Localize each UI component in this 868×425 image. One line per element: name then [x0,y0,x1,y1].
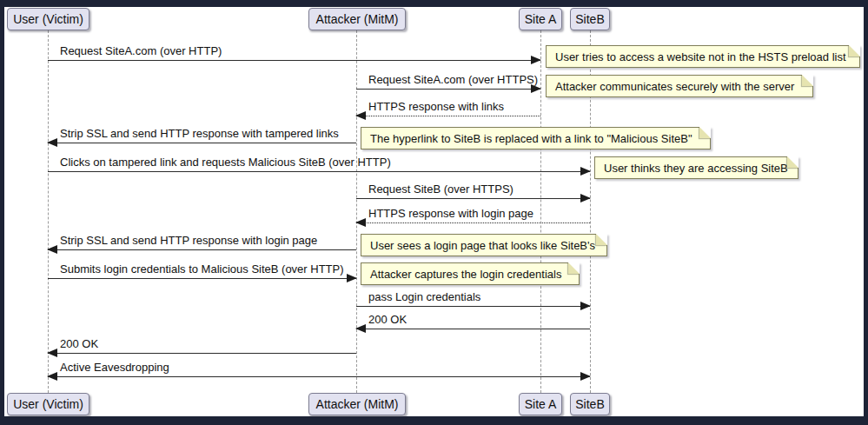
message-label: HTTPS response with links [356,100,540,116]
message-label: Request SiteA.com (over HTTP) [48,44,540,60]
message-label: HTTPS response with login page [356,207,590,222]
arrowhead-icon [580,167,591,176]
message-request-sitea-https: Request SiteA.com (over HTTPS) [356,73,540,90]
note-captures-credentials: Attacker captures the login credentials [361,262,580,285]
arrowhead-icon [47,138,57,147]
arrow-line [356,116,540,116]
arrowhead-icon [531,56,541,64]
message-label: Strip SSL and send HTTP response with lo… [48,234,356,249]
message-clicks-tampered-link: Clicks on tampered link and requests Mal… [48,156,590,172]
arrow-line [356,329,590,329]
arrow-line [48,353,356,354]
arrow-line [48,249,356,250]
arrow-line [48,278,356,279]
arrowhead-icon [580,372,591,381]
arrowhead-icon [355,218,366,227]
note-hyperlink-replaced: The hyperlink to SiteB is replaced with … [361,127,711,149]
participant-siteb-top: SiteB [570,8,610,30]
note-hsts-preload: User tries to access a website not in th… [546,45,860,68]
arrow-line [48,60,540,61]
message-label: pass Login credentials [356,290,590,306]
note-secure-communication: Attacker communicates securely with the … [546,75,813,97]
message-label: 200 OK [48,337,356,353]
message-label: Active Eavesdropping [48,361,590,376]
message-request-siteb-https: Request SiteB (over HTTPS) [356,183,590,199]
arrowhead-icon [355,324,366,333]
participant-sitea-top: Site A [519,8,562,30]
message-label: 200 OK [356,313,590,329]
message-strip-ssl-login-page: Strip SSL and send HTTP response with lo… [48,234,356,250]
participant-attacker-bottom: Attacker (MitM) [308,393,406,415]
arrowhead-icon [347,274,357,282]
message-https-response-login-page: HTTPS response with login page [356,207,590,223]
message-active-eavesdropping: Active Eavesdropping [48,361,590,377]
message-label: Submits login credentials to Malicious S… [48,262,356,278]
message-label: Request SiteA.com (over HTTPS) [356,73,540,89]
arrowhead-icon [47,372,57,381]
message-submit-credentials: Submits login credentials to Malicious S… [48,262,356,279]
message-label: Strip SSL and send HTTP response with ta… [48,127,356,143]
arrow-line [356,89,540,90]
message-pass-credentials: pass Login credentials [356,290,590,307]
arrowhead-icon [47,245,57,254]
arrow-line [356,222,590,223]
participant-sitea-bottom: Site A [519,393,562,415]
message-label: Clicks on tampered link and requests Mal… [48,156,590,171]
message-https-response-links: HTTPS response with links [356,100,540,116]
arrowhead-icon [47,349,57,357]
arrow-line [48,171,590,172]
note-user-thinks-siteb: User thinks they are accessing SiteB [594,156,798,179]
arrow-line [356,198,590,199]
arrowhead-icon [531,84,541,93]
participant-user-top: User (Victim) [7,8,89,30]
participant-user-bottom: User (Victim) [7,393,89,415]
arrow-line [356,306,590,307]
participant-attacker-top: Attacker (MitM) [308,8,406,30]
message-request-sitea-http: Request SiteA.com (over HTTP) [48,44,540,61]
message-strip-ssl-tampered-links: Strip SSL and send HTTP response with ta… [48,127,356,143]
arrowhead-icon [580,194,591,203]
message-200-ok-siteb: 200 OK [356,313,590,329]
message-200-ok-user: 200 OK [48,337,356,354]
arrow-line [48,143,356,143]
arrowhead-icon [355,111,366,120]
message-label: Request SiteB (over HTTPS) [356,183,590,198]
participant-siteb-bottom: SiteB [570,393,610,415]
arrowhead-icon [580,302,591,310]
arrow-line [48,376,590,377]
note-login-page-lookalike: User sees a login page that looks like S… [361,234,607,256]
sequence-diagram: User (Victim) Attacker (MitM) Site A Sit… [0,0,868,425]
